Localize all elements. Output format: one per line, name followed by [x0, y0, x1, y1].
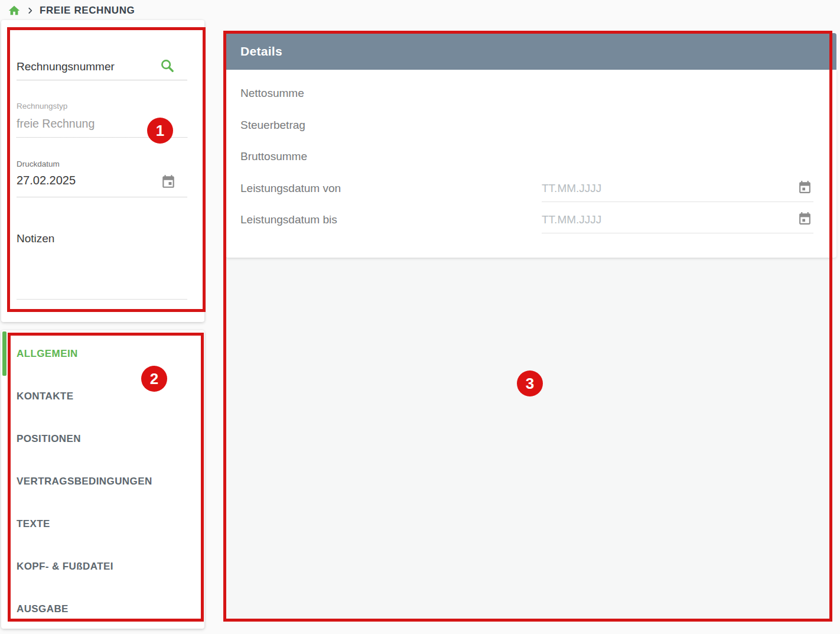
druckdatum-underline: [17, 197, 187, 197]
chevron-right-icon: [26, 6, 34, 15]
leistungsdatum-von-input[interactable]: [542, 180, 790, 197]
leistungsdatum-bis-input[interactable]: [542, 211, 790, 229]
calendar-icon[interactable]: [797, 211, 812, 226]
search-icon[interactable]: [158, 57, 176, 74]
rechnungstyp-value: freie Rechnung: [17, 117, 95, 131]
leistungsdatum-bis-field: [542, 211, 813, 233]
nettosumme-label: Nettosumme: [240, 87, 304, 100]
section-nav: ALLGEMEIN KONTAKTE POSITIONEN VERTRAGSBE…: [1, 330, 204, 629]
notizen-input[interactable]: [17, 252, 187, 298]
nav-item-ausgabe[interactable]: AUSGABE: [17, 603, 69, 615]
rechnungsnummer-underline: [17, 80, 187, 80]
nav-item-kontakte[interactable]: KONTAKTE: [17, 391, 73, 402]
rechnungstyp-underline: [17, 137, 187, 138]
home-icon[interactable]: [8, 4, 21, 17]
calendar-icon[interactable]: [797, 180, 812, 194]
details-panel-title: Details: [240, 44, 282, 58]
nav-item-vertragsbedingungen[interactable]: VERTRAGSBEDINGUNGEN: [17, 476, 152, 487]
rechnungsnummer-field-label[interactable]: Rechnungsnummer: [17, 60, 115, 73]
notizen-underline: [17, 299, 187, 300]
details-panel-header: Details: [226, 33, 836, 70]
notizen-label: Notizen: [17, 232, 54, 245]
leistungsdatum-von-field: [542, 180, 813, 202]
rechnungstyp-label: Rechnungstyp: [17, 102, 67, 110]
details-panel-body: Nettosumme Steuerbetrag Bruttosumme Leis…: [226, 70, 836, 258]
nav-item-texte[interactable]: TEXTE: [17, 518, 50, 530]
active-tab-indicator: [2, 331, 6, 376]
nav-item-allgemein[interactable]: ALLGEMEIN: [17, 348, 78, 360]
druckdatum-label: Druckdatum: [17, 160, 60, 168]
leistungsdatum-von-label: Leistungsdatum von: [240, 182, 341, 195]
bruttosumme-label: Bruttosumme: [240, 150, 307, 163]
calendar-icon[interactable]: [161, 174, 176, 189]
nav-item-kopf-fussdatei[interactable]: KOPF- & FUßDATEI: [17, 561, 113, 573]
page-title: FREIE RECHNUNG: [40, 5, 135, 17]
invoice-meta-panel: Rechnungsnummer Rechnungstyp freie Rechn…: [1, 20, 204, 322]
steuerbetrag-label: Steuerbetrag: [240, 119, 305, 132]
druckdatum-input[interactable]: [17, 174, 135, 187]
breadcrumb: FREIE RECHNUNG: [8, 3, 135, 18]
leistungsdatum-bis-label: Leistungsdatum bis: [240, 213, 337, 226]
nav-item-positionen[interactable]: POSITIONEN: [17, 433, 81, 445]
